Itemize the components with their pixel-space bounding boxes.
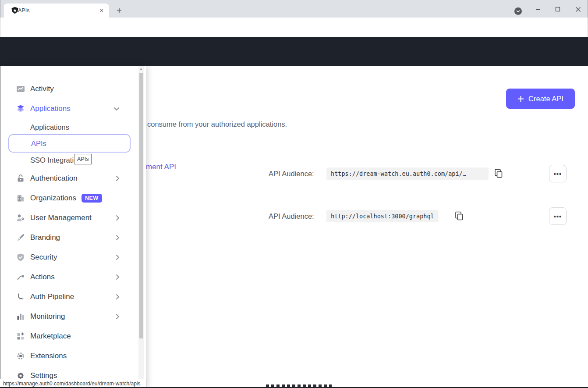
create-api-button[interactable]: Create API: [506, 89, 575, 109]
api-audience-label: API Audience:: [269, 212, 314, 221]
tab-title: APIs: [18, 7, 98, 14]
sidebar-item-activity[interactable]: Activity: [0, 79, 132, 99]
organization-building-icon: [16, 194, 25, 203]
activity-icon: [16, 85, 25, 93]
paintbrush-icon: [16, 233, 25, 242]
copy-icon[interactable]: [494, 169, 503, 178]
marketplace-grid-icon: [16, 332, 25, 341]
sidebar-subitem-applications[interactable]: Applications: [30, 123, 69, 132]
lock-open-icon: [16, 174, 25, 183]
chevron-right-icon: [116, 215, 120, 221]
sidebar-item-organizations[interactable]: Organizations NEW: [0, 189, 132, 208]
status-bar-url: https://manage.auth0.com/dashboard/eu/dr…: [0, 379, 146, 388]
sidebar-item-extensions[interactable]: Extensions: [0, 346, 132, 366]
window-minimize-button[interactable]: [531, 4, 545, 15]
applications-layers-icon: [16, 104, 25, 113]
browser-tab[interactable]: APIs ×: [4, 4, 109, 18]
api-audience-label: API Audience:: [269, 170, 314, 178]
tab-close-icon[interactable]: ×: [98, 7, 106, 14]
api-name-link[interactable]: ment API: [146, 163, 176, 171]
copy-icon[interactable]: [454, 211, 464, 221]
page-description-fragment: consume from your authorized application…: [147, 120, 287, 128]
sidebar-item-monitoring[interactable]: Monitoring: [0, 307, 132, 326]
api-row-menu-button[interactable]: •••: [549, 207, 567, 225]
row-divider: [146, 194, 574, 194]
window-close-button[interactable]: [571, 4, 585, 15]
new-badge: NEW: [81, 194, 102, 203]
chevron-down-icon: [516, 10, 520, 13]
sidebar-item-user-management[interactable]: User Management: [0, 208, 132, 228]
actions-flow-icon: [16, 273, 25, 281]
sidebar-item-security[interactable]: Security: [0, 248, 132, 267]
plus-icon: [517, 96, 524, 102]
sidebar-item-marketplace[interactable]: Marketplace: [0, 327, 132, 346]
api-audience-value[interactable]: https://dream-watch.eu.auth0.com/api/…: [326, 167, 489, 180]
window-maximize-button[interactable]: [551, 4, 565, 15]
user-gear-icon: [16, 214, 25, 222]
browser-titlebar: APIs × +: [0, 0, 588, 18]
scrollbar-up-arrow[interactable]: ▲: [138, 66, 144, 72]
sidebar-item-branding[interactable]: Branding: [0, 228, 132, 247]
chevron-right-icon: [116, 274, 120, 280]
chevron-right-icon: [116, 235, 120, 241]
sidebar-drawer: Activity Applications Applications APIs …: [0, 66, 146, 388]
api-audience-value[interactable]: http://localhost:3000/graphql: [326, 210, 439, 222]
sidebar-subitem-apis-selected[interactable]: APIs: [8, 134, 131, 153]
sidebar-item-auth-pipeline[interactable]: Auth Pipeline: [0, 287, 132, 306]
auth0-appbar: dream-watch Discuss your needs Docs: [0, 37, 588, 66]
row-divider: [146, 237, 574, 237]
browser-toolbar: manage.auth0.com/dashboard/eu/dream-watc…: [0, 18, 588, 37]
chevron-down-icon: [113, 107, 120, 111]
extensions-gear-icon: [16, 352, 25, 360]
chevron-right-icon: [116, 313, 120, 320]
sidebar-item-actions[interactable]: Actions: [0, 267, 132, 287]
chevron-right-icon: [116, 254, 120, 260]
sidebar-item-authentication[interactable]: Authentication: [0, 169, 132, 188]
pipeline-arrow-icon: [16, 292, 25, 301]
scrollbar-thumb[interactable]: [139, 73, 143, 338]
tab-search-button[interactable]: [514, 7, 522, 15]
shield-check-icon: [16, 253, 25, 262]
bar-chart-icon: [16, 312, 25, 321]
chevron-right-icon: [116, 294, 120, 300]
sidebar-scrollbar[interactable]: ▲: [138, 66, 144, 388]
auth0-favicon-icon: [11, 7, 18, 14]
chevron-right-icon: [116, 175, 120, 182]
sidebar-item-applications[interactable]: Applications: [0, 99, 132, 118]
api-row-menu-button[interactable]: •••: [549, 165, 567, 182]
apis-tooltip: APIs: [74, 154, 92, 164]
new-tab-button[interactable]: +: [113, 5, 125, 17]
